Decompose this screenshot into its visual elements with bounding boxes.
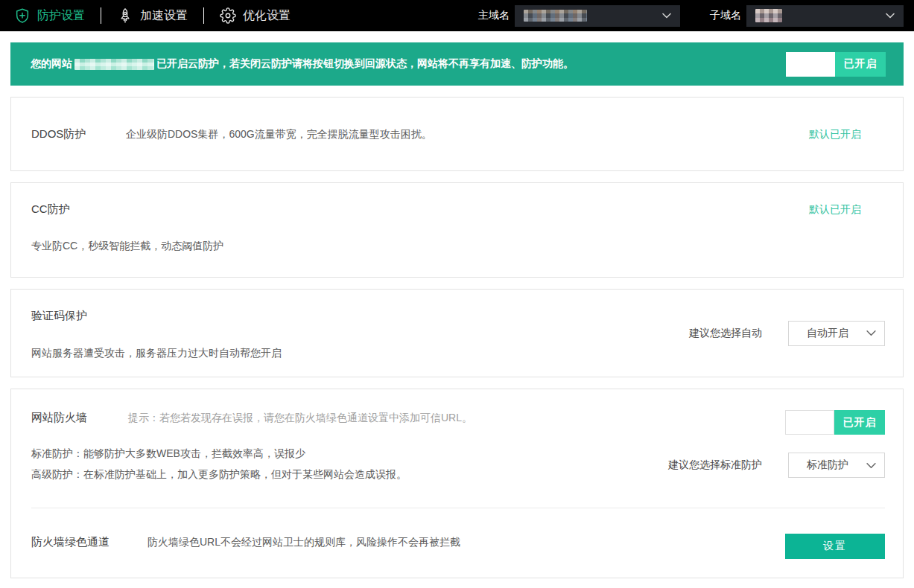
tab-label: 优化设置 [243, 8, 291, 24]
main-domain-select[interactable] [515, 5, 680, 27]
toggle-knob[interactable] [785, 410, 834, 435]
captcha-protection-card: 验证码保护 网站服务器遭受攻击，服务器压力过大时自动帮您开启 建议您选择自动 自… [10, 289, 904, 377]
green-channel-description: 防火墙绿色URL不会经过网站卫士的规则库，风险操作不会再被拦截 [147, 534, 460, 549]
banner-text-suffix: 已开启云防护，若关闭云防护请将按钮切换到回源状态，网站将不再享有加速、防护功能。 [156, 57, 574, 69]
chevron-down-icon [886, 13, 895, 19]
firewall-toggle[interactable]: 已开启 [785, 410, 885, 435]
captcha-mode-select[interactable]: 自动开启 [788, 321, 885, 346]
green-channel-row: 防火墙绿色通道 防火墙绿色URL不会经过网站卫士的规则库，风险操作不会再被拦截 [31, 534, 885, 549]
rocket-icon [117, 7, 133, 24]
toggle-state-label: 已开启 [835, 52, 886, 77]
cc-card-title: CC防护 [31, 202, 785, 217]
firewall-card-title: 网站防火墙 [31, 410, 128, 425]
domain-selectors: 主域名 子域名 [478, 5, 904, 27]
tab-label: 加速设置 [140, 8, 188, 24]
masked-main-domain-value [524, 10, 587, 22]
shield-plus-icon [14, 7, 31, 24]
settings-tabs: 防护设置 加速设置 优化设置 [10, 0, 306, 31]
sub-domain-label: 子域名 [710, 9, 741, 22]
cc-title-row: CC防护 默认已开启 [31, 202, 885, 217]
firewall-mode-select[interactable]: 标准防护 [788, 453, 885, 478]
cc-status-badge: 默认已开启 [785, 202, 885, 217]
top-navigation-bar: 防护设置 加速设置 优化设置 [0, 0, 914, 31]
masked-site-domain [74, 59, 154, 70]
tab-acceleration-settings[interactable]: 加速设置 [101, 0, 203, 31]
tab-optimization-settings[interactable]: 优化设置 [204, 0, 306, 31]
cloud-protection-banner: 您的网站已开启云防护，若关闭云防护请将按钮切换到回源状态，网站将不再享有加速、防… [10, 42, 904, 86]
cloud-protection-toggle[interactable]: 已开启 [786, 52, 886, 77]
captcha-mode-selected-value: 自动开启 [807, 327, 866, 340]
cc-protection-card: CC防护 默认已开启 专业防CC，秒级智能拦截，动态阈值防护 [10, 182, 904, 278]
banner-text-prefix: 您的网站 [31, 57, 72, 69]
ddos-card-title: DDOS防护 [31, 127, 126, 141]
masked-sub-domain-value [755, 9, 782, 22]
firewall-mode-selected-value: 标准防护 [807, 458, 866, 472]
green-channel-title: 防火墙绿色通道 [31, 534, 147, 549]
firewall-suggestion-label: 建议您选择标准防护 [668, 458, 762, 472]
section-divider [31, 508, 885, 508]
captcha-card-description: 网站服务器遭受攻击，服务器压力过大时自动帮您开启 [31, 345, 885, 360]
cc-card-description: 专业防CC，秒级智能拦截，动态阈值防护 [31, 238, 885, 253]
ddos-card-description: 企业级防DDOS集群，600G流量带宽，完全摆脱流量型攻击困扰。 [126, 127, 785, 141]
captcha-suggestion-label: 建议您选择自动 [689, 327, 762, 340]
ddos-status-badge: 默认已开启 [785, 127, 885, 141]
website-firewall-card: 网站防火墙 提示：若您若发现存在误报，请您在防火墙绿色通道设置中添加可信URL。… [10, 389, 904, 578]
firewall-mode-controls: 建议您选择标准防护 标准防护 [668, 453, 885, 478]
sub-domain-select[interactable] [746, 5, 904, 27]
tab-protection-settings[interactable]: 防护设置 [10, 0, 101, 31]
captcha-mode-controls: 建议您选择自动 自动开启 [689, 321, 885, 346]
banner-text: 您的网站已开启云防护，若关闭云防护请将按钮切换到回源状态，网站将不再享有加速、防… [31, 57, 574, 71]
tab-label: 防护设置 [37, 8, 85, 24]
firewall-hint-text: 提示：若您若发现存在误报，请您在防火墙绿色通道设置中添加可信URL。 [128, 410, 472, 425]
main-domain-label: 主域名 [478, 9, 510, 22]
toggle-knob[interactable] [786, 52, 835, 77]
chevron-down-icon [866, 330, 876, 336]
protection-settings-page: 您的网站已开启云防护，若关闭云防护请将按钮切换到回源状态，网站将不再享有加速、防… [0, 42, 914, 578]
ddos-protection-card: DDOS防护 企业级防DDOS集群，600G流量带宽，完全摆脱流量型攻击困扰。 … [10, 97, 904, 171]
gear-icon [220, 7, 236, 24]
green-channel-settings-button[interactable]: 设置 [785, 534, 885, 559]
chevron-down-icon [866, 462, 876, 469]
chevron-down-icon [662, 13, 671, 19]
toggle-state-label: 已开启 [834, 410, 885, 435]
firewall-title-row: 网站防火墙 提示：若您若发现存在误报，请您在防火墙绿色通道设置中添加可信URL。 [31, 410, 885, 425]
